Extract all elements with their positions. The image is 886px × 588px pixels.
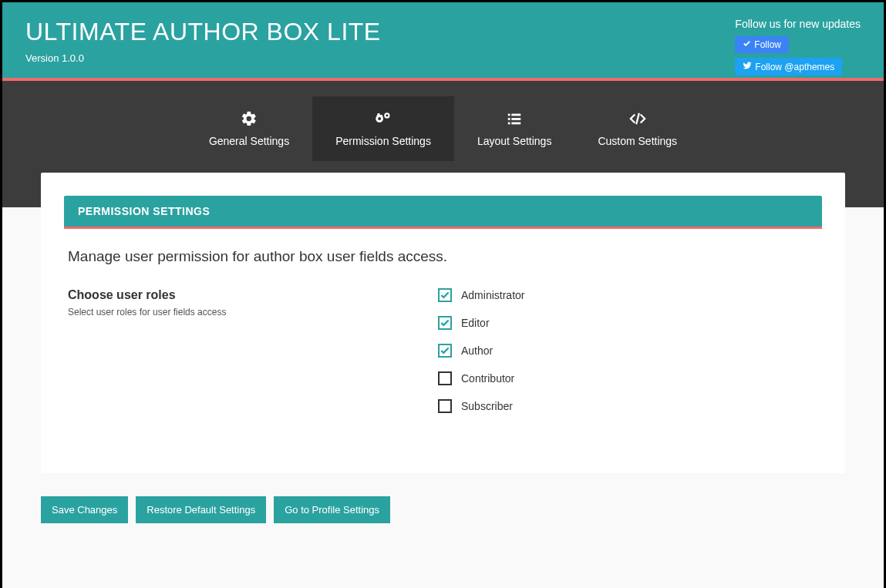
svg-rect-6 — [508, 118, 510, 120]
follow-button[interactable]: Follow — [735, 36, 789, 53]
follow-prompt: Follow us for new updates — [735, 18, 861, 30]
svg-rect-8 — [508, 123, 510, 125]
role-checkbox-subscriber[interactable]: Subscriber — [438, 399, 818, 413]
svg-line-10 — [636, 113, 639, 125]
checkbox-unchecked-icon — [438, 371, 452, 385]
content-panel: PERMISSION SETTINGS Manage user permissi… — [41, 173, 845, 473]
svg-point-3 — [386, 114, 388, 116]
panel-title: Manage user permission for author box us… — [68, 248, 818, 265]
role-checkbox-administrator[interactable]: Administrator — [438, 288, 818, 302]
gears-icon — [335, 110, 431, 127]
code-icon — [598, 110, 677, 127]
twitter-follow-label: Follow @apthemes — [755, 62, 834, 72]
tab-layout[interactable]: Layout Settings — [454, 96, 575, 161]
roles-list: AdministratorEditorAuthorContributorSubs… — [438, 288, 818, 427]
role-label: Administrator — [461, 289, 524, 301]
restore-button[interactable]: Restore Default Settings — [136, 496, 266, 523]
list-icon — [477, 110, 552, 127]
app-header: ULTIMATE AUTHOR BOX LITE Version 1.0.0 F… — [2, 2, 884, 78]
tab-layout-label: Layout Settings — [477, 135, 552, 147]
checkbox-checked-icon — [438, 344, 452, 358]
follow-button-label: Follow — [754, 39, 781, 50]
choose-roles-label: Choose user roles — [68, 288, 438, 302]
svg-rect-4 — [508, 114, 510, 116]
role-label: Subscriber — [461, 400, 513, 412]
svg-point-1 — [378, 117, 381, 120]
checkbox-unchecked-icon — [438, 399, 452, 413]
tab-custom-label: Custom Settings — [598, 135, 677, 147]
role-checkbox-editor[interactable]: Editor — [438, 316, 818, 330]
tab-custom[interactable]: Custom Settings — [574, 96, 700, 161]
tab-general[interactable]: General Settings — [186, 96, 312, 161]
footer-buttons: Save Changes Restore Default Settings Go… — [41, 496, 845, 523]
svg-rect-9 — [511, 123, 520, 125]
svg-rect-7 — [511, 118, 520, 120]
gear-icon — [209, 110, 289, 127]
role-label: Editor — [461, 317, 490, 329]
svg-rect-5 — [511, 114, 520, 116]
role-checkbox-contributor[interactable]: Contributor — [438, 371, 818, 385]
tab-general-label: General Settings — [209, 135, 289, 147]
save-button[interactable]: Save Changes — [41, 496, 128, 523]
profile-button[interactable]: Go to Profile Settings — [274, 496, 390, 523]
check-icon — [743, 39, 751, 50]
choose-roles-sub: Select user roles for user fields access — [68, 307, 438, 318]
role-label: Author — [461, 344, 493, 357]
panel-heading: PERMISSION SETTINGS — [64, 196, 822, 227]
checkbox-checked-icon — [438, 288, 452, 302]
role-label: Contributor — [461, 372, 514, 385]
twitter-follow-button[interactable]: Follow @apthemes — [735, 58, 842, 76]
twitter-icon — [743, 61, 752, 72]
tab-permission[interactable]: Permission Settings — [312, 96, 454, 161]
checkbox-checked-icon — [438, 316, 452, 330]
tab-permission-label: Permission Settings — [335, 135, 431, 147]
role-checkbox-author[interactable]: Author — [438, 344, 818, 358]
